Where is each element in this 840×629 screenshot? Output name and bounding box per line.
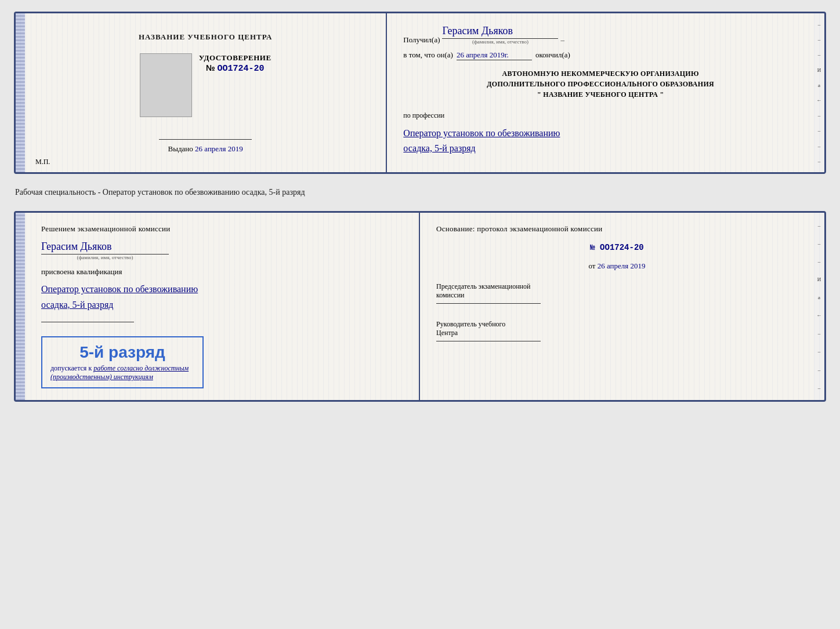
professiya-label: по профессии bbox=[403, 111, 798, 120]
qualification-1: Оператор установок по обезвоживанию bbox=[41, 281, 403, 297]
profession-2: осадка, 5-й разряд bbox=[403, 141, 798, 156]
stamp-dopusk: допускается к работе согласно должностны… bbox=[50, 364, 194, 373]
stamp-box: 5-й разряд допускается к работе согласно… bbox=[41, 336, 204, 388]
cert1-right-panel: Получил(а) Герасим Дьяков (фамилия, имя,… bbox=[387, 13, 814, 172]
rukovoditel-sign-line bbox=[436, 341, 541, 341]
signature-line-2 bbox=[41, 322, 134, 322]
recipient-name-2: Герасим Дьяков bbox=[41, 241, 169, 254]
predsedatel-sign-line bbox=[436, 303, 541, 304]
qualification-2: осадка, 5-й разряд bbox=[41, 297, 403, 312]
name-sublabel-2: (фамилия, имя, отчество) bbox=[77, 254, 133, 260]
udost-number: № OO1724-20 bbox=[206, 63, 265, 72]
recipient-name: Герасим Дьяков bbox=[442, 25, 558, 39]
certificate-2: Решением экзаменационной комиссии Гераси… bbox=[14, 211, 826, 402]
separator-text: Рабочая специальность - Оператор установ… bbox=[14, 184, 826, 201]
profession-1: Оператор установок по обезвоживанию bbox=[403, 126, 798, 141]
qualification-block: Оператор установок по обезвоживанию осад… bbox=[41, 281, 403, 312]
mp-label: М.П. bbox=[35, 158, 50, 166]
cert1-left-panel: НАЗВАНИЕ УЧЕБНОГО ЦЕНТРА УДОСТОВЕРЕНИЕ №… bbox=[25, 13, 387, 172]
protocol-number: № OO1724-20 bbox=[436, 243, 798, 252]
stamp-dopusk-text: работе согласно должностным bbox=[93, 364, 189, 372]
rukovoditel-block: Руководитель учебного Центра bbox=[436, 320, 798, 345]
vydano-line: Выдано 26 апреля 2019 bbox=[168, 144, 243, 154]
udost-block: УДОСТОВЕРЕНИЕ № OO1724-20 bbox=[199, 53, 271, 74]
cert2-left-panel: Решением экзаменационной комиссии Гераси… bbox=[25, 213, 420, 400]
signature-line-1 bbox=[159, 139, 252, 140]
right-edge-2: – – – И а ← – – – – bbox=[814, 213, 824, 400]
vtom-line: в том, что он(а) 26 апреля 2019г. окончи… bbox=[403, 50, 798, 60]
left-edge-1 bbox=[16, 13, 25, 172]
org-block: АВТОНОМНУЮ НЕКОММЕРЧЕСКУЮ ОРГАНИЗАЦИЮ ДО… bbox=[403, 68, 798, 100]
name-block-2: Герасим Дьяков (фамилия, имя, отчество) bbox=[41, 241, 403, 260]
profession-block: Оператор установок по обезвоживанию осад… bbox=[403, 126, 798, 155]
ot-date-block: от 26 апреля 2019 bbox=[436, 261, 798, 271]
vtom-date: 26 апреля 2019г. bbox=[457, 50, 532, 60]
resheniem-text: Решением экзаменационной комиссии bbox=[41, 224, 403, 234]
photo-placeholder bbox=[140, 53, 192, 117]
udost-number-value: OO1724-20 bbox=[217, 64, 264, 74]
predsedatel-block: Председатель экзаменационной комиссии bbox=[436, 282, 798, 307]
osnovanie-text: Основание: протокол экзаменационной коми… bbox=[436, 224, 798, 234]
vydano-date: 26 апреля 2019 bbox=[195, 144, 243, 153]
prisvoena-text: присвоена квалификация bbox=[41, 267, 403, 277]
stamp-rank: 5-й разряд bbox=[50, 343, 194, 362]
left-edge-2 bbox=[16, 213, 25, 400]
udost-label: УДОСТОВЕРЕНИЕ bbox=[199, 53, 271, 63]
stamp-dopusk-text2: (производственным) инструкциям bbox=[50, 373, 194, 381]
page-wrapper: НАЗВАНИЕ УЧЕБНОГО ЦЕНТРА УДОСТОВЕРЕНИЕ №… bbox=[14, 12, 826, 402]
ot-date-value: 26 апреля 2019 bbox=[598, 261, 646, 270]
certificate-1: НАЗВАНИЕ УЧЕБНОГО ЦЕНТРА УДОСТОВЕРЕНИЕ №… bbox=[14, 12, 826, 174]
recipient-sublabel: (фамилия, имя, отчество) bbox=[472, 39, 528, 45]
poluchil-line: Получил(а) Герасим Дьяков (фамилия, имя,… bbox=[403, 25, 798, 45]
right-edge-1: – – – И а ← – – – – bbox=[814, 13, 824, 172]
cert1-school-name: НАЗВАНИЕ УЧЕБНОГО ЦЕНТРА bbox=[139, 32, 273, 42]
cert2-right-panel: Основание: протокол экзаменационной коми… bbox=[420, 213, 814, 400]
